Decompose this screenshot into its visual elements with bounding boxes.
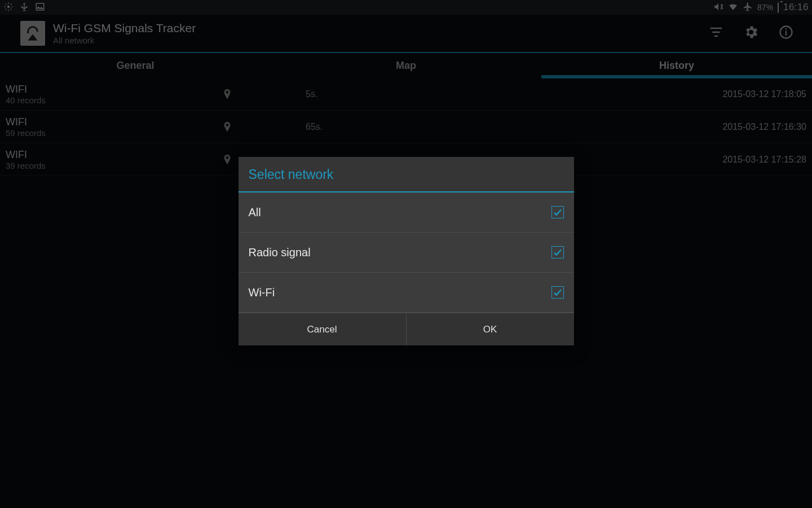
checkbox-icon[interactable] (551, 246, 564, 259)
dialog-scrim[interactable]: Select network All Radio signal Wi-Fi Ca… (0, 0, 812, 508)
ok-button[interactable]: OK (407, 313, 574, 345)
dialog-title: Select network (249, 167, 564, 182)
dialog-option-all[interactable]: All (239, 192, 574, 233)
option-label: Wi-Fi (249, 286, 551, 299)
dialog-option-radio[interactable]: Radio signal (239, 233, 574, 273)
cancel-button[interactable]: Cancel (239, 313, 406, 345)
select-network-dialog: Select network All Radio signal Wi-Fi Ca… (239, 157, 574, 345)
dialog-option-wifi[interactable]: Wi-Fi (239, 273, 574, 313)
option-label: Radio signal (249, 246, 551, 259)
option-label: All (249, 206, 551, 219)
checkbox-icon[interactable] (551, 286, 564, 299)
checkbox-icon[interactable] (551, 206, 564, 218)
